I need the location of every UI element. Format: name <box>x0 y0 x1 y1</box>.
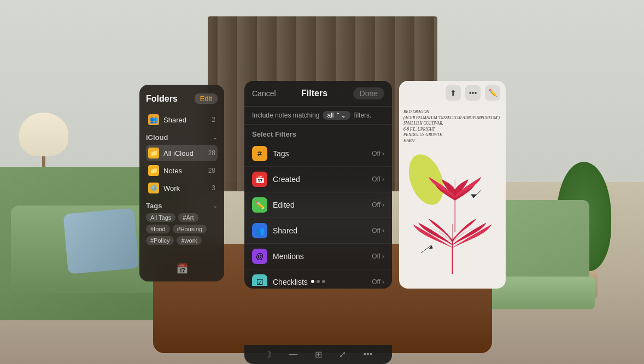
edited-filter-icon: ✏️ <box>252 197 267 213</box>
filter-status-shared: Off › <box>372 227 384 234</box>
folder-count-allicloud: 28 <box>208 149 215 157</box>
pillow <box>63 208 139 274</box>
filters-nav: Cancel Filters Done <box>244 81 392 107</box>
sketch-text-label: RED DRAGON (ACER PALMATUM 'DISSECTUM ATR… <box>403 109 501 144</box>
svg-line-5 <box>473 190 481 198</box>
svg-text:GEISHA GONE WILD: GEISHA GONE WILD <box>434 279 468 279</box>
filters-title: Filters <box>301 89 327 98</box>
sketch-content: RED DRAGON (ACER PALMATUM 'DISSECTUM ATR… <box>399 105 506 289</box>
folder-item-work[interactable]: ⚙️ Work 3 <box>146 180 218 196</box>
shared-folder-icon: 👥 <box>148 114 159 125</box>
created-filter-icon: 📅 <box>252 172 267 187</box>
plant-sketch: GEISHA GONE WILD <box>403 148 501 279</box>
filters-panel: Cancel Filters Done Include notes matchi… <box>244 81 392 289</box>
mentions-filter-icon: @ <box>252 249 267 264</box>
smart-folder-icon[interactable]: 📅 <box>176 263 188 275</box>
folder-name-allicloud: All iCloud <box>163 149 208 157</box>
select-filters-title: Select Filters <box>244 125 392 141</box>
filter-name-created: Created <box>273 175 372 184</box>
filter-name-tags: Tags <box>273 149 372 158</box>
tag-pill-housing[interactable]: #Housing <box>173 225 207 233</box>
tag-pill-work[interactable]: #work <box>177 236 201 245</box>
minus-icon[interactable]: — <box>289 349 297 360</box>
sketch-toolbar: ⬆ ••• ✏️ <box>399 81 506 105</box>
page-indicator <box>244 280 392 283</box>
folders-title: Folders <box>146 94 178 104</box>
matching-suffix: filters. <box>354 111 371 119</box>
icloud-section-header: iCloud ⌄ <box>146 133 218 142</box>
svg-point-0 <box>403 150 450 210</box>
filter-status-mentions: Off › <box>372 253 384 260</box>
filter-name-edited: Edited <box>273 201 372 209</box>
tags-title: Tags <box>146 202 162 210</box>
filter-name-shared: Shared <box>273 226 372 235</box>
folders-panel: Folders Edit 👥 Shared 2 iCloud ⌄ 📁 All i… <box>139 85 224 281</box>
tags-section-header: Tags ⌄ <box>146 202 218 210</box>
folder-name-shared: Shared <box>163 116 212 124</box>
lamp-shade <box>19 113 68 156</box>
more-button[interactable]: ••• <box>465 85 481 101</box>
matching-chevron-icon: ⌃⌄ <box>335 111 346 119</box>
tag-pill-art[interactable]: #Art <box>178 213 198 222</box>
work-icon: ⚙️ <box>148 183 159 193</box>
filters-bottom-bar: ☽ — ⊞ ⤢ ••• <box>244 345 392 364</box>
matching-label: Include notes matching <box>252 111 319 119</box>
cancel-button[interactable]: Cancel <box>252 89 276 98</box>
edit-button[interactable]: Edit <box>195 93 218 104</box>
icloud-title: iCloud <box>146 133 168 142</box>
icloud-chevron-icon: ⌄ <box>213 134 218 141</box>
dot-3 <box>322 280 325 283</box>
folder-item-notes[interactable]: 📁 Notes 28 <box>146 162 218 179</box>
filter-list: # Tags Off › 📅 Created Off › ✏️ Edited O… <box>244 141 392 286</box>
tag-pill-food[interactable]: #food <box>146 225 170 233</box>
matching-badge[interactable]: all ⌃⌄ <box>323 111 350 120</box>
tags-chevron-icon: ⌄ <box>213 202 218 209</box>
sketch-panel: ⬆ ••• ✏️ RED DRAGON (ACER PALMATUM 'DISS… <box>399 81 506 289</box>
filter-name-mentions: Mentions <box>273 252 372 261</box>
folder-count-work: 3 <box>212 184 215 192</box>
svg-marker-6 <box>471 194 477 198</box>
folder-name-work: Work <box>163 184 212 192</box>
new-note-button[interactable]: ✏️ <box>485 85 500 101</box>
filters-matching-row: Include notes matching all ⌃⌄ filters. <box>244 107 392 125</box>
folder-name-notes: Notes <box>163 167 208 175</box>
filter-item-created[interactable]: 📅 Created Off › <box>244 167 392 192</box>
chair-back <box>491 200 589 277</box>
filter-status-tags: Off › <box>372 150 384 157</box>
folder-item-shared[interactable]: 👥 Shared 2 <box>146 111 218 128</box>
grid-icon[interactable]: ⊞ <box>315 349 322 360</box>
tags-filter-icon: # <box>252 146 267 161</box>
tag-pill-alltags[interactable]: All Tags <box>146 213 175 222</box>
filter-item-mentions[interactable]: @ Mentions Off › <box>244 244 392 269</box>
dot-2 <box>317 280 320 283</box>
filter-item-checklists[interactable]: ☑ Checklists Off › <box>244 269 392 286</box>
folder-count-shared: 2 <box>212 116 215 124</box>
matching-value: all <box>327 111 333 119</box>
tag-pill-policy[interactable]: #Policy <box>146 236 174 245</box>
crescent-icon[interactable]: ☽ <box>264 349 272 360</box>
filter-status-edited: Off › <box>372 201 384 209</box>
tags-section: Tags ⌄ All Tags #Art #food #Housing #Pol… <box>146 202 218 245</box>
folders-header: Folders Edit <box>146 93 218 104</box>
share-button[interactable]: ⬆ <box>446 85 461 101</box>
filter-item-shared[interactable]: 👥 Shared Off › <box>244 218 392 244</box>
notes-icon: 📁 <box>148 165 159 176</box>
filter-item-edited[interactable]: ✏️ Edited Off › <box>244 192 392 218</box>
filter-item-tags[interactable]: # Tags Off › <box>244 141 392 167</box>
dot-1 <box>311 280 314 283</box>
expand-icon[interactable]: ⤢ <box>339 349 346 360</box>
shared-filter-icon: 👥 <box>252 223 267 238</box>
tag-pills-container: All Tags #Art #food #Housing #Policy #wo… <box>146 213 218 245</box>
filter-status-created: Off › <box>372 175 384 183</box>
folder-item-allicloud[interactable]: 📁 All iCloud 28 <box>146 145 218 161</box>
ellipsis-icon[interactable]: ••• <box>363 349 372 360</box>
folder-count-notes: 28 <box>208 167 215 174</box>
done-button[interactable]: Done <box>353 87 384 99</box>
allicloud-icon: 📁 <box>148 148 159 158</box>
